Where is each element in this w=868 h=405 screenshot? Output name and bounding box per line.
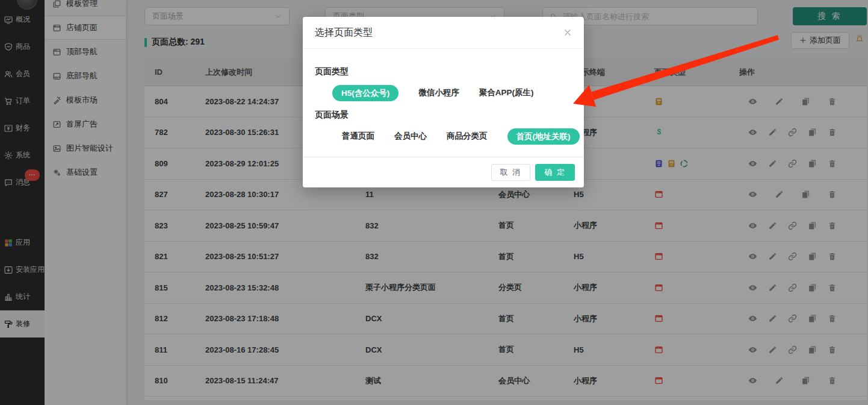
modal-option[interactable]: 首页(地址关联) (507, 128, 580, 145)
page-type-modal: 选择页面类型 页面类型 H5(含公众号)微信小程序聚合APP(原生) 页面场景 … (303, 17, 584, 187)
modal-title: 选择页面类型 (315, 27, 373, 39)
modal-section: 页面场景 普通页面会员中心商品分类页首页(地址关联) (315, 110, 572, 145)
modal-option[interactable]: 聚合APP(原生) (479, 87, 534, 98)
modal-option[interactable]: 微信小程序 (418, 87, 459, 98)
modal-section: 页面类型 H5(含公众号)微信小程序聚合APP(原生) (315, 66, 572, 101)
modal-option[interactable]: 普通页面 (342, 131, 374, 142)
confirm-button[interactable]: 确 定 (535, 164, 575, 181)
modal-option[interactable]: 商品分类页 (447, 131, 488, 142)
modal-option[interactable]: H5(含公众号) (332, 85, 398, 101)
modal-option[interactable]: 会员中心 (394, 131, 427, 142)
modal-body: 页面类型 H5(含公众号)微信小程序聚合APP(原生) 页面场景 普通页面会员中… (303, 66, 584, 145)
cancel-button[interactable]: 取 消 (491, 164, 531, 181)
app-root: 概况商品会员订单财务系统消息 应用安装应用统计装修 ... 模板管理店铺页面顶部… (0, 0, 868, 405)
modal-header: 选择页面类型 (303, 17, 584, 49)
close-icon[interactable] (563, 28, 572, 37)
modal-section-label: 页面场景 (315, 110, 572, 121)
modal-footer: 取 消 确 定 (303, 157, 584, 187)
modal-section-label: 页面类型 (315, 66, 572, 77)
